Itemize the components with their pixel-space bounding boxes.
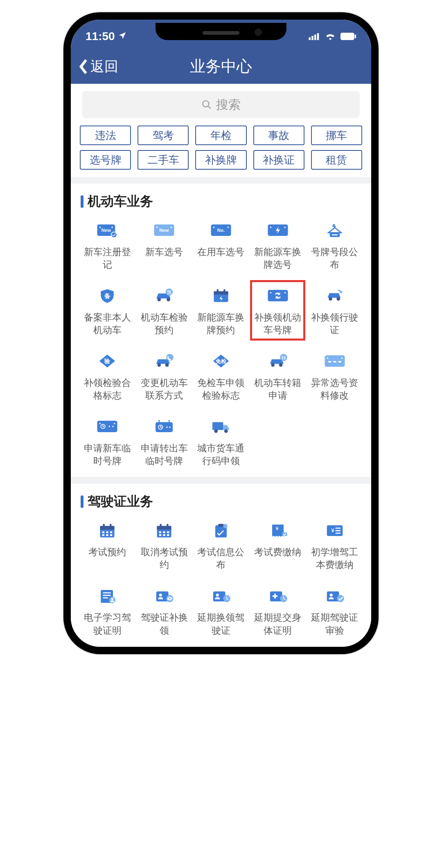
item-plate-segment[interactable]: 号牌号段公布: [306, 220, 363, 271]
location-icon: [118, 30, 127, 43]
tag-3[interactable]: 事故: [253, 126, 304, 145]
item-newenergy-replate[interactable]: 新能源车换牌选号: [249, 220, 306, 271]
item-abnormal-select[interactable]: 异常选号资料修改: [306, 351, 363, 402]
item-temp-plate-new[interactable]: 申请新车临时号牌: [79, 417, 136, 467]
svg-rect-82: [160, 524, 162, 528]
tag-0[interactable]: 违法: [80, 126, 131, 145]
item-exam-info[interactable]: 考试信息公布: [193, 520, 250, 571]
svg-rect-75: [106, 532, 108, 533]
tags-row: 违法驾考年检事故挪车选号牌二手车补换牌补换证租赁: [71, 126, 371, 177]
svg-point-39: [336, 297, 340, 301]
tag-1[interactable]: 驾考: [138, 126, 189, 145]
plus-clock-icon: [265, 586, 291, 606]
svg-rect-85: [163, 532, 165, 533]
svg-point-46: [279, 363, 282, 367]
item-label: 新能源车换牌预约: [196, 311, 246, 336]
svg-rect-77: [102, 534, 104, 536]
signal-icon: [308, 30, 320, 43]
tag-4[interactable]: 挪车: [311, 126, 362, 145]
item-delay-audit[interactable]: 延期驾驶证审验: [306, 586, 363, 637]
person-clock-icon: [208, 586, 234, 606]
tag-6[interactable]: 二手车: [138, 150, 189, 170]
page-title: 业务中心: [190, 56, 252, 77]
svg-point-68: [214, 429, 218, 433]
item-delay-renew[interactable]: 延期换领驾驶证: [193, 586, 250, 637]
item-replace-inspect[interactable]: 验补领检验合格标志: [79, 351, 136, 402]
svg-text:No.: No.: [217, 228, 225, 233]
back-button[interactable]: 返回: [78, 57, 118, 76]
svg-rect-72: [103, 524, 105, 528]
chevron-left-icon: [78, 58, 89, 75]
svg-rect-0: [309, 37, 311, 40]
svg-rect-54: [338, 361, 341, 363]
wifi-icon: [325, 30, 336, 43]
item-e-learning[interactable]: 电子学习驾驶证明: [79, 586, 136, 637]
phone-frame: 11:50 返回 业务中心 搜索 违法驾考年检事故挪车选号牌二手车补换牌补换证租…: [63, 12, 379, 654]
svg-rect-71: [100, 526, 115, 530]
tag-9[interactable]: 租赁: [311, 150, 362, 170]
item-label: 取消考试预约: [140, 546, 189, 571]
section-grid-1: 考试预约取消考试预约考试信息公布¥考试费缴纳¥初学增驾工本费缴纳电子学习驾驶证明…: [71, 516, 371, 646]
tag-7[interactable]: 补换牌: [195, 150, 246, 170]
item-label: 电子学习驾驶证明: [83, 611, 132, 637]
item-label: 考试预约: [88, 546, 126, 558]
tag-8[interactable]: 补换证: [253, 150, 304, 170]
svg-point-60: [113, 426, 114, 428]
item-delay-body[interactable]: 延期提交身体证明: [249, 586, 306, 637]
svg-rect-87: [159, 534, 161, 536]
svg-rect-67: [212, 422, 223, 430]
item-inspect-reserve[interactable]: 预机动车检验预约: [136, 286, 193, 336]
item-change-contact[interactable]: 变更机动车联系方式: [136, 351, 193, 402]
battery-icon: [340, 30, 356, 43]
plate-bolt-icon: [265, 220, 291, 240]
item-temp-plate-out[interactable]: 申请转出车临时号牌: [136, 417, 193, 467]
svg-rect-78: [106, 534, 108, 536]
svg-text:免检: 免检: [215, 358, 227, 364]
car-yu-icon: 预: [151, 286, 177, 305]
item-label: 变更机动车联系方式: [140, 377, 189, 402]
search-input[interactable]: 搜索: [82, 91, 360, 118]
highlight-box: [250, 280, 305, 341]
item-replace-plate[interactable]: 补换领机动车号牌: [249, 286, 306, 336]
svg-point-18: [213, 227, 215, 228]
svg-point-28: [167, 298, 170, 301]
truck-icon: [208, 417, 234, 436]
item-replace-license[interactable]: 补换领行驶证: [306, 286, 363, 336]
item-new-car-register[interactable]: New新车注册登记: [79, 220, 136, 271]
plate-dotdot-icon: [322, 351, 348, 371]
item-newenergy-reserve[interactable]: 新能源车换牌预约: [193, 286, 250, 336]
item-record-other[interactable]: 备备案非本人机动车: [79, 286, 136, 336]
svg-point-51: [341, 357, 343, 359]
item-label: 新车选号: [145, 246, 183, 258]
item-exam-fee[interactable]: ¥考试费缴纳: [249, 520, 306, 571]
hanger-icon: [322, 220, 348, 240]
item-inuse-car-select[interactable]: No.在用车选号: [193, 220, 250, 271]
svg-point-50: [327, 357, 328, 359]
item-label: 驾驶证补换领: [140, 611, 189, 637]
item-exempt-inspect[interactable]: 免检免检车申领检验标志: [193, 351, 250, 402]
item-transfer-apply[interactable]: 转机动车转籍申请: [249, 351, 306, 402]
svg-rect-4: [341, 33, 354, 40]
item-label: 机动车转籍申请: [253, 377, 302, 402]
back-label: 返回: [90, 57, 118, 76]
item-truck-pass[interactable]: 城市货车通行码申领: [193, 417, 250, 467]
plate-new-icon: New: [151, 220, 177, 240]
svg-point-115: [329, 594, 332, 597]
svg-rect-32: [214, 292, 228, 295]
item-license-replace[interactable]: 驾驶证补换领: [136, 586, 193, 637]
item-label: 异常选号资料修改: [310, 377, 359, 402]
svg-rect-81: [157, 526, 171, 530]
item-exam-cancel[interactable]: 取消考试预约: [136, 520, 193, 571]
svg-point-6: [203, 101, 209, 107]
tag-5[interactable]: 选号牌: [80, 150, 131, 170]
tag-2[interactable]: 年检: [195, 126, 246, 145]
item-new-car-select[interactable]: New新车选号: [136, 220, 193, 271]
search-icon: [201, 99, 212, 110]
item-add-class-fee[interactable]: ¥初学增驾工本费缴纳: [306, 520, 363, 571]
svg-point-66: [169, 426, 171, 428]
calendar-bolt-icon: [208, 286, 234, 305]
item-exam-reserve[interactable]: 考试预约: [79, 520, 136, 571]
item-label: 考试信息公布: [196, 546, 246, 571]
svg-text:备: 备: [104, 293, 110, 299]
svg-rect-3: [317, 33, 319, 40]
